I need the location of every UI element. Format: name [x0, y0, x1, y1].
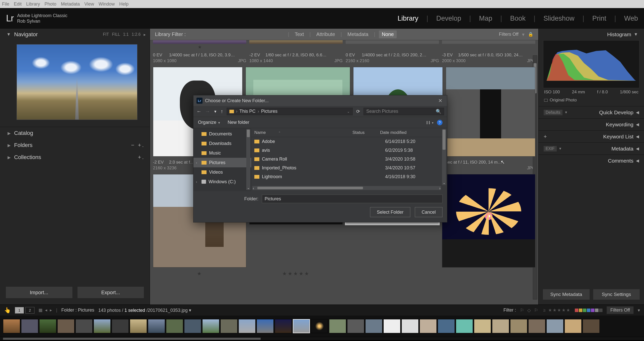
- filmstrip-thumb[interactable]: [546, 319, 564, 333]
- filmstrip-thumb[interactable]: [438, 319, 455, 333]
- sort-direction-icon[interactable]: ◂: [45, 308, 47, 313]
- filmstrip-thumb[interactable]: [474, 319, 491, 333]
- section-comments[interactable]: Comments◀: [539, 155, 644, 167]
- view-options-icon[interactable]: ⫿⫿ ▾: [426, 120, 433, 125]
- new-folder-button[interactable]: New folder: [228, 120, 249, 125]
- expand-icon[interactable]: ›: [196, 180, 197, 184]
- nav-up-icon[interactable]: ↑: [221, 108, 223, 114]
- zoom-fill[interactable]: FILL: [112, 32, 120, 37]
- section-keyword-list[interactable]: + Keyword List◀: [539, 130, 644, 142]
- folder-list[interactable]: Name⌃ Status Date modified Adobe6/14/201…: [251, 128, 447, 191]
- filters-off-dropdown[interactable]: Filters Off: [499, 32, 518, 37]
- filmstrip-thumb[interactable]: [75, 319, 93, 333]
- filmstrip-thumb[interactable]: [57, 319, 74, 333]
- filmstrip-thumb[interactable]: [347, 319, 364, 333]
- exif-dropdown[interactable]: EXIF: [544, 146, 557, 151]
- plus-icon[interactable]: +: [544, 133, 547, 140]
- list-item[interactable]: Imported_Photos3/4/2020 10:57: [251, 164, 447, 172]
- section-catalog[interactable]: ▶ Catalog: [0, 127, 150, 139]
- filmstrip-thumb[interactable]: [275, 319, 292, 333]
- zoom-menu-icon[interactable]: ▸: [144, 32, 146, 37]
- menu-metadata[interactable]: Metadata: [61, 2, 80, 7]
- navigator-preview[interactable]: [0, 40, 150, 127]
- filmstrip-thumb[interactable]: [21, 319, 38, 333]
- folder-tree[interactable]: Documents Downloads Music ›Pictures Vide…: [193, 128, 251, 191]
- filmstrip-thumb[interactable]: [39, 319, 56, 333]
- histogram-header[interactable]: Histogram ▼: [539, 29, 644, 40]
- sync-metadata-button[interactable]: Sync Metadata: [543, 289, 590, 300]
- filmstrip-thumb[interactable]: [220, 319, 237, 333]
- tree-item[interactable]: Downloads: [193, 139, 251, 148]
- filmstrip-thumb-selected[interactable]: [293, 319, 310, 333]
- rating-star[interactable]: [442, 44, 535, 50]
- section-metadata[interactable]: EXIF▼ Metadata◀: [539, 142, 644, 155]
- close-icon[interactable]: ✕: [437, 98, 444, 104]
- folder-field[interactable]: [262, 195, 442, 203]
- nav-forward-icon[interactable]: →: [205, 108, 210, 114]
- breadcrumb-item[interactable]: This PC: [239, 109, 256, 114]
- navigator-header[interactable]: ▼ Navigator FIT FILL 1:1 1:2.6 ▸: [0, 29, 150, 40]
- cancel-button[interactable]: Cancel: [415, 207, 442, 217]
- filmstrip-thumb[interactable]: [130, 319, 147, 333]
- help-icon[interactable]: ?: [437, 120, 442, 125]
- lock-icon[interactable]: 🔒: [528, 32, 533, 37]
- menu-photo[interactable]: Photo: [45, 2, 56, 7]
- select-folder-button[interactable]: Select Folder: [370, 207, 410, 217]
- filmstrip-thumb[interactable]: [238, 319, 256, 333]
- list-scrollbar[interactable]: ⌄: [442, 129, 446, 185]
- rating-filter[interactable]: ≥ ★★★★★: [543, 308, 571, 313]
- filmstrip-thumb[interactable]: [492, 319, 509, 333]
- nav-recent-icon[interactable]: ▼: [214, 109, 217, 113]
- breadcrumb-item[interactable]: Pictures: [261, 109, 277, 114]
- sort-direction-icon[interactable]: ▸: [50, 308, 52, 313]
- collections-tools[interactable]: +.: [138, 154, 145, 161]
- menu-help[interactable]: Help: [119, 2, 129, 7]
- filmstrip[interactable]: [0, 316, 644, 337]
- filmstrip-thumb[interactable]: [565, 319, 582, 333]
- secondary-monitor-toggle[interactable]: 1 2: [15, 307, 34, 314]
- tree-item[interactable]: Documents: [193, 129, 251, 139]
- grid-view-icon[interactable]: ▦: [38, 308, 43, 313]
- folders-tools[interactable]: − +.: [131, 142, 145, 148]
- filmstrip-thumb[interactable]: [166, 319, 183, 333]
- rating-star[interactable]: ★: [153, 44, 246, 50]
- organize-dropdown[interactable]: Organize ▼: [198, 120, 221, 125]
- import-button[interactable]: Import...: [6, 286, 73, 298]
- section-keywording[interactable]: Keywording◀: [539, 118, 644, 130]
- filmstrip-thumb[interactable]: [3, 319, 20, 333]
- rating-star[interactable]: ★★★★★: [249, 271, 343, 277]
- tree-scrollbar[interactable]: ⌄: [246, 129, 250, 190]
- color-label-filter[interactable]: [575, 309, 602, 312]
- list-hscrollbar[interactable]: [252, 186, 441, 190]
- section-collections[interactable]: ▶ Collections +.: [0, 151, 150, 163]
- rating-star[interactable]: ★: [153, 271, 246, 277]
- filmstrip-scrollbar[interactable]: [0, 337, 644, 340]
- export-button[interactable]: Export...: [77, 286, 144, 298]
- module-web[interactable]: Web: [624, 15, 638, 22]
- histogram-chart[interactable]: [543, 40, 639, 88]
- defaults-dropdown[interactable]: Defaults: [544, 110, 562, 115]
- filmstrip-thumb[interactable]: [257, 319, 274, 333]
- section-quick-develop[interactable]: Defaults▼ Quick Develop◀: [539, 106, 644, 118]
- filmstrip-thumb[interactable]: [184, 319, 201, 333]
- filmstrip-thumb[interactable]: [112, 319, 129, 333]
- tree-item[interactable]: Videos: [193, 167, 251, 177]
- filmstrip-thumb[interactable]: [202, 319, 219, 333]
- rating-star[interactable]: [249, 44, 343, 50]
- filters-off-dropdown[interactable]: Filters Off: [607, 306, 634, 314]
- flag-filter-icons[interactable]: ⚐ ◇ ⚐: [520, 308, 539, 313]
- sync-settings-button[interactable]: Sync Settings: [593, 289, 640, 300]
- rating-star[interactable]: [346, 44, 439, 50]
- list-item[interactable]: Lightroom4/16/2018 9:30: [251, 172, 447, 181]
- filter-tab-metadata[interactable]: Metadata: [345, 31, 370, 37]
- filter-tab-none[interactable]: None: [379, 30, 397, 38]
- search-input[interactable]: Search Pictures 🔍: [364, 108, 444, 115]
- module-print[interactable]: Print: [592, 15, 606, 22]
- filmstrip-thumb[interactable]: [583, 319, 600, 333]
- chevron-down-icon[interactable]: ⌄: [347, 109, 350, 113]
- list-item[interactable]: Camera Roll3/4/2020 10:58: [251, 155, 447, 164]
- zoom-ratio[interactable]: 1:2.6: [132, 32, 141, 37]
- menu-view[interactable]: View: [84, 2, 94, 7]
- module-map[interactable]: Map: [479, 15, 492, 22]
- filter-tab-attribute[interactable]: Attribute: [314, 31, 337, 37]
